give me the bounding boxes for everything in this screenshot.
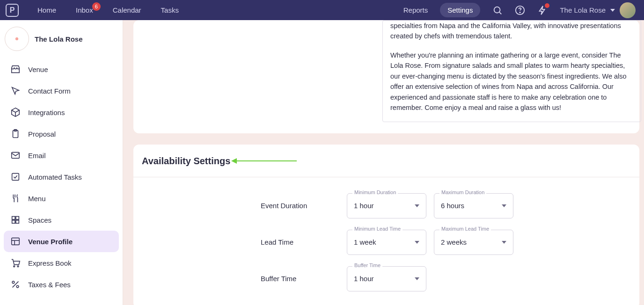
help-icon[interactable]: [515, 5, 525, 15]
max-lead-float-label: Maximum Lead Time: [439, 226, 491, 232]
cursor-icon: [10, 86, 21, 96]
row-event-duration: Event Duration Minimum Duration 1 hour M…: [133, 188, 639, 224]
sidebar-item-spaces[interactable]: Spaces: [4, 209, 119, 231]
layout-icon: [10, 236, 21, 247]
buffer-select[interactable]: 1 hour: [347, 266, 426, 291]
topbar-right: Reports Settings The Lola Rose: [403, 2, 636, 18]
arrow-annotation: [236, 160, 297, 161]
svg-rect-11: [16, 220, 19, 223]
description-textarea[interactable]: specialties from Napa and the California…: [382, 20, 641, 122]
svg-point-16: [17, 266, 19, 267]
description-p2: Whether you're planning an intimate gath…: [390, 50, 633, 113]
svg-rect-10: [12, 220, 15, 223]
svg-point-0: [494, 7, 500, 13]
svg-point-19: [16, 285, 19, 288]
sidebar-item-express-book[interactable]: Express Book: [4, 252, 119, 274]
notification-dot: [545, 3, 549, 8]
lead-time-label: Lead Time: [261, 238, 347, 246]
check-square-icon: [10, 172, 21, 182]
sidebar-item-contact-form[interactable]: Contact Form: [4, 80, 119, 102]
row-buffer-time: Buffer Time Buffer Time 1 hour: [133, 261, 639, 297]
min-lead-select[interactable]: 1 week: [347, 230, 426, 255]
nav-calendar[interactable]: Calendar: [113, 6, 141, 14]
sidebar-label: Express Book: [28, 259, 72, 267]
description-card: specialties from Napa and the California…: [133, 20, 639, 133]
sidebar-label: Proposal: [28, 130, 56, 138]
nav-inbox-label: Inbox: [76, 6, 93, 14]
chevron-down-icon: [502, 241, 506, 244]
min-duration-value: 1 hour: [354, 202, 374, 210]
sidebar-label: Menu: [28, 195, 46, 203]
nav-home[interactable]: Home: [37, 6, 56, 14]
sidebar-item-taxes-fees[interactable]: Taxes & Fees: [4, 274, 119, 295]
sidebar-item-email[interactable]: Email: [4, 145, 119, 166]
max-duration-float-label: Maximum Duration: [439, 189, 486, 195]
row-lead-time: Lead Time Minimum Lead Time 1 week Maxim…: [133, 224, 639, 261]
user-name: The Lola Rose: [560, 6, 606, 14]
chevron-down-icon: [415, 204, 419, 207]
main-content: specialties from Napa and the California…: [123, 20, 644, 305]
svg-line-17: [13, 282, 19, 288]
clipboard-icon: [10, 129, 21, 139]
event-duration-label: Event Duration: [261, 202, 347, 210]
nav-inbox[interactable]: Inbox 6: [76, 6, 93, 14]
chevron-down-icon: [502, 204, 506, 207]
sidebar-label: Email: [28, 152, 46, 160]
bolt-icon[interactable]: [537, 5, 548, 15]
app-logo[interactable]: P: [6, 4, 19, 17]
max-duration-value: 6 hours: [441, 202, 464, 210]
brand-logo: [5, 27, 29, 51]
availability-card: Availability Settings Event Duration Min…: [133, 145, 639, 305]
svg-rect-12: [12, 238, 20, 245]
min-lead-value: 1 week: [354, 238, 376, 246]
nav-settings[interactable]: Settings: [440, 3, 480, 17]
primary-nav: Home Inbox 6 Calendar Tasks: [37, 6, 179, 14]
svg-rect-7: [12, 174, 19, 181]
cart-icon: [10, 258, 21, 268]
max-lead-value: 2 weeks: [441, 238, 467, 246]
description-p1: specialties from Napa and the California…: [390, 21, 633, 42]
buffer-time-label: Buffer Time: [261, 275, 347, 283]
brand-name: The Lola Rose: [35, 35, 83, 43]
mail-icon: [10, 150, 21, 160]
search-icon[interactable]: [492, 5, 503, 15]
chevron-down-icon: [415, 241, 419, 244]
sidebar-brand[interactable]: The Lola Rose: [4, 27, 119, 58]
user-menu[interactable]: The Lola Rose: [560, 2, 636, 18]
max-duration-select[interactable]: 6 hours: [434, 193, 513, 218]
topbar: P Home Inbox 6 Calendar Tasks Reports Se…: [0, 0, 644, 20]
svg-point-15: [14, 266, 15, 267]
svg-point-3: [520, 12, 520, 12]
sidebar-label: Automated Tasks: [28, 173, 82, 181]
grid-icon: [10, 215, 21, 225]
min-duration-select[interactable]: 1 hour: [347, 193, 426, 218]
buffer-value: 1 hour: [354, 275, 374, 283]
sidebar-item-venue-profile[interactable]: Venue Profile: [4, 231, 119, 252]
sidebar: The Lola Rose Venue Contact Form Integra…: [0, 20, 123, 305]
package-icon: [10, 107, 21, 117]
chevron-down-icon: [610, 9, 615, 12]
chevron-down-icon: [415, 277, 419, 280]
svg-rect-8: [12, 217, 15, 219]
svg-line-1: [500, 12, 502, 14]
inbox-badge: 6: [92, 2, 101, 11]
svg-point-18: [12, 281, 15, 283]
sidebar-label: Spaces: [28, 216, 51, 224]
sidebar-item-proposal[interactable]: Proposal: [4, 123, 119, 145]
sidebar-item-menu[interactable]: Menu: [4, 188, 119, 209]
sidebar-item-automated-tasks[interactable]: Automated Tasks: [4, 166, 119, 188]
sidebar-item-integrations[interactable]: Integrations: [4, 102, 119, 123]
storefront-icon: [10, 64, 21, 74]
avatar: [620, 2, 636, 18]
sidebar-label: Contact Form: [28, 87, 71, 95]
utensils-icon: [10, 193, 21, 203]
sidebar-item-venue[interactable]: Venue: [4, 58, 119, 80]
svg-rect-9: [16, 217, 19, 219]
max-lead-select[interactable]: 2 weeks: [434, 230, 513, 255]
nav-reports[interactable]: Reports: [403, 6, 428, 14]
percent-icon: [10, 279, 21, 290]
nav-tasks[interactable]: Tasks: [161, 6, 179, 14]
sidebar-label: Venue: [28, 65, 48, 73]
sidebar-label: Integrations: [28, 109, 65, 116]
min-lead-float-label: Minimum Lead Time: [352, 226, 402, 232]
